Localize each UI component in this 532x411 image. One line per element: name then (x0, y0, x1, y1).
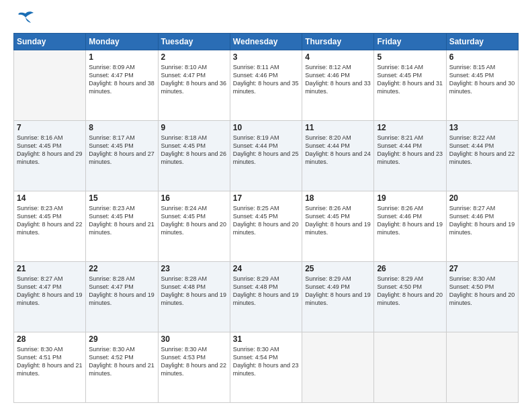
day-header-friday: Friday (374, 34, 446, 50)
day-number: 25 (305, 264, 371, 273)
calendar-table: SundayMondayTuesdayWednesdayThursdayFrid… (13, 33, 519, 403)
page-header (13, 11, 519, 26)
day-number: 27 (449, 264, 515, 273)
calendar-cell: 18Sunrise: 8:26 AMSunset: 4:45 PMDayligh… (302, 191, 374, 262)
day-number: 9 (161, 123, 227, 132)
day-number: 16 (161, 193, 227, 203)
calendar-week-row: 14Sunrise: 8:23 AMSunset: 4:45 PMDayligh… (14, 191, 519, 262)
cell-details: Sunrise: 8:29 AMSunset: 4:50 PMDaylight:… (377, 275, 443, 308)
calendar-cell: 5Sunrise: 8:14 AMSunset: 4:45 PMDaylight… (374, 50, 446, 121)
cell-details: Sunrise: 8:23 AMSunset: 4:45 PMDaylight:… (89, 204, 154, 237)
calendar-cell: 22Sunrise: 8:28 AMSunset: 4:47 PMDayligh… (86, 262, 158, 332)
day-number: 4 (305, 52, 371, 62)
cell-details: Sunrise: 8:20 AMSunset: 4:44 PMDaylight:… (305, 134, 371, 167)
calendar-header-row: SundayMondayTuesdayWednesdayThursdayFrid… (14, 34, 519, 50)
cell-details: Sunrise: 8:15 AMSunset: 4:45 PMDaylight:… (449, 63, 515, 96)
calendar-cell: 17Sunrise: 8:25 AMSunset: 4:45 PMDayligh… (230, 191, 302, 262)
cell-details: Sunrise: 8:16 AMSunset: 4:45 PMDaylight:… (17, 134, 83, 167)
calendar-cell: 15Sunrise: 8:23 AMSunset: 4:45 PMDayligh… (86, 191, 158, 262)
day-number: 17 (233, 193, 299, 203)
cell-details: Sunrise: 8:09 AMSunset: 4:47 PMDaylight:… (89, 63, 154, 96)
calendar-cell: 21Sunrise: 8:27 AMSunset: 4:47 PMDayligh… (14, 262, 86, 332)
calendar-cell: 19Sunrise: 8:26 AMSunset: 4:46 PMDayligh… (374, 191, 446, 262)
calendar-cell: 29Sunrise: 8:30 AMSunset: 4:52 PMDayligh… (86, 332, 158, 403)
day-number: 6 (449, 52, 515, 62)
calendar-cell: 14Sunrise: 8:23 AMSunset: 4:45 PMDayligh… (14, 191, 86, 262)
cell-details: Sunrise: 8:22 AMSunset: 4:44 PMDaylight:… (449, 134, 515, 167)
day-number: 22 (89, 264, 154, 273)
day-header-saturday: Saturday (446, 34, 518, 50)
day-header-sunday: Sunday (14, 34, 86, 50)
calendar-cell: 10Sunrise: 8:19 AMSunset: 4:44 PMDayligh… (230, 121, 302, 191)
calendar-cell: 24Sunrise: 8:29 AMSunset: 4:48 PMDayligh… (230, 262, 302, 332)
cell-details: Sunrise: 8:12 AMSunset: 4:46 PMDaylight:… (305, 63, 371, 96)
day-number: 18 (305, 193, 371, 203)
day-number: 24 (233, 264, 299, 273)
calendar-cell: 11Sunrise: 8:20 AMSunset: 4:44 PMDayligh… (302, 121, 374, 191)
calendar-cell: 12Sunrise: 8:21 AMSunset: 4:44 PMDayligh… (374, 121, 446, 191)
calendar-cell: 31Sunrise: 8:30 AMSunset: 4:54 PMDayligh… (230, 332, 302, 403)
cell-details: Sunrise: 8:17 AMSunset: 4:45 PMDaylight:… (89, 134, 154, 167)
calendar-cell: 3Sunrise: 8:11 AMSunset: 4:46 PMDaylight… (230, 50, 302, 121)
day-number: 2 (161, 52, 227, 62)
calendar-cell (446, 332, 518, 403)
day-header-thursday: Thursday (302, 34, 374, 50)
day-number: 21 (17, 264, 83, 273)
day-number: 29 (89, 334, 154, 344)
day-number: 20 (449, 193, 515, 203)
cell-details: Sunrise: 8:19 AMSunset: 4:44 PMDaylight:… (233, 134, 299, 167)
day-number: 1 (89, 52, 154, 62)
calendar-week-row: 7Sunrise: 8:16 AMSunset: 4:45 PMDaylight… (14, 121, 519, 191)
day-number: 14 (17, 193, 83, 203)
calendar-week-row: 1Sunrise: 8:09 AMSunset: 4:47 PMDaylight… (14, 50, 519, 121)
calendar-cell (302, 332, 374, 403)
day-header-wednesday: Wednesday (230, 34, 302, 50)
cell-details: Sunrise: 8:29 AMSunset: 4:48 PMDaylight:… (233, 275, 299, 308)
cell-details: Sunrise: 8:10 AMSunset: 4:47 PMDaylight:… (161, 63, 227, 96)
cell-details: Sunrise: 8:23 AMSunset: 4:45 PMDaylight:… (17, 204, 83, 237)
calendar-cell: 9Sunrise: 8:18 AMSunset: 4:45 PMDaylight… (158, 121, 230, 191)
cell-details: Sunrise: 8:30 AMSunset: 4:50 PMDaylight:… (449, 275, 515, 308)
cell-details: Sunrise: 8:18 AMSunset: 4:45 PMDaylight:… (161, 134, 227, 167)
calendar-cell: 1Sunrise: 8:09 AMSunset: 4:47 PMDaylight… (86, 50, 158, 121)
calendar-cell: 4Sunrise: 8:12 AMSunset: 4:46 PMDaylight… (302, 50, 374, 121)
day-number: 7 (17, 123, 83, 132)
day-header-monday: Monday (86, 34, 158, 50)
calendar-week-row: 28Sunrise: 8:30 AMSunset: 4:51 PMDayligh… (14, 332, 519, 403)
day-number: 5 (377, 52, 443, 62)
calendar-cell: 16Sunrise: 8:24 AMSunset: 4:45 PMDayligh… (158, 191, 230, 262)
cell-details: Sunrise: 8:11 AMSunset: 4:46 PMDaylight:… (233, 63, 299, 96)
cell-details: Sunrise: 8:28 AMSunset: 4:47 PMDaylight:… (89, 275, 154, 308)
calendar-cell: 23Sunrise: 8:28 AMSunset: 4:48 PMDayligh… (158, 262, 230, 332)
day-number: 30 (161, 334, 227, 344)
cell-details: Sunrise: 8:30 AMSunset: 4:54 PMDaylight:… (233, 345, 299, 378)
cell-details: Sunrise: 8:29 AMSunset: 4:49 PMDaylight:… (305, 275, 371, 308)
day-number: 31 (233, 334, 299, 344)
logo (13, 11, 35, 26)
calendar-cell: 25Sunrise: 8:29 AMSunset: 4:49 PMDayligh… (302, 262, 374, 332)
day-number: 12 (377, 123, 443, 132)
cell-details: Sunrise: 8:28 AMSunset: 4:48 PMDaylight:… (161, 275, 227, 308)
day-number: 28 (17, 334, 83, 344)
day-number: 8 (89, 123, 154, 132)
cell-details: Sunrise: 8:30 AMSunset: 4:51 PMDaylight:… (17, 345, 83, 378)
cell-details: Sunrise: 8:27 AMSunset: 4:47 PMDaylight:… (17, 275, 83, 308)
day-number: 26 (377, 264, 443, 273)
cell-details: Sunrise: 8:26 AMSunset: 4:46 PMDaylight:… (377, 204, 443, 237)
cell-details: Sunrise: 8:26 AMSunset: 4:45 PMDaylight:… (305, 204, 371, 237)
cell-details: Sunrise: 8:30 AMSunset: 4:53 PMDaylight:… (161, 345, 227, 378)
cell-details: Sunrise: 8:14 AMSunset: 4:45 PMDaylight:… (377, 63, 443, 96)
day-number: 3 (233, 52, 299, 62)
calendar-cell: 26Sunrise: 8:29 AMSunset: 4:50 PMDayligh… (374, 262, 446, 332)
day-number: 13 (449, 123, 515, 132)
cell-details: Sunrise: 8:27 AMSunset: 4:46 PMDaylight:… (449, 204, 515, 237)
calendar-cell (14, 50, 86, 121)
day-number: 19 (377, 193, 443, 203)
cell-details: Sunrise: 8:21 AMSunset: 4:44 PMDaylight:… (377, 134, 443, 167)
cell-details: Sunrise: 8:25 AMSunset: 4:45 PMDaylight:… (233, 204, 299, 237)
calendar-cell: 28Sunrise: 8:30 AMSunset: 4:51 PMDayligh… (14, 332, 86, 403)
day-number: 11 (305, 123, 371, 132)
cell-details: Sunrise: 8:30 AMSunset: 4:52 PMDaylight:… (89, 345, 154, 378)
calendar-cell: 27Sunrise: 8:30 AMSunset: 4:50 PMDayligh… (446, 262, 518, 332)
calendar-week-row: 21Sunrise: 8:27 AMSunset: 4:47 PMDayligh… (14, 262, 519, 332)
